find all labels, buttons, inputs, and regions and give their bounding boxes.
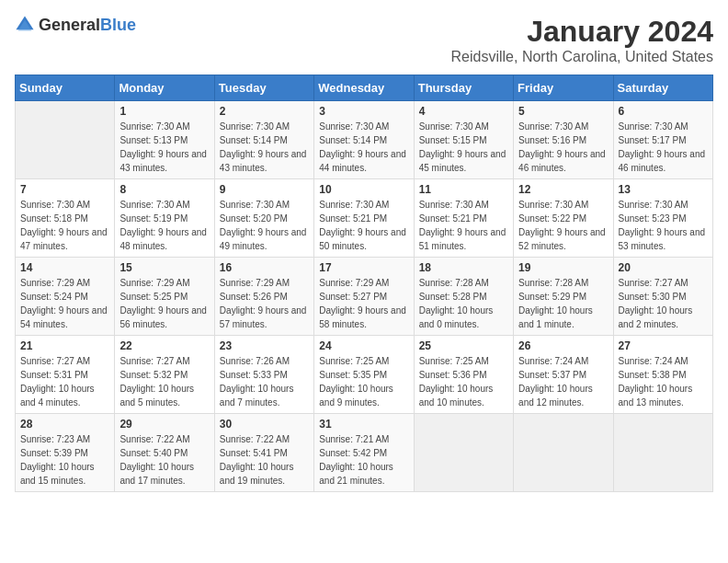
calendar-week-row: 21 Sunrise: 7:27 AM Sunset: 5:31 PM Dayl…: [16, 336, 713, 414]
logo-text: GeneralBlue: [39, 16, 136, 35]
daylight-text: Daylight: 9 hours and 45 minutes.: [419, 149, 506, 173]
calendar-cell: 7 Sunrise: 7:30 AM Sunset: 5:18 PM Dayli…: [16, 179, 115, 258]
sunrise-text: Sunrise: 7:28 AM: [518, 278, 588, 288]
day-info: Sunrise: 7:27 AM Sunset: 5:31 PM Dayligh…: [20, 354, 109, 409]
sunrise-text: Sunrise: 7:30 AM: [319, 121, 389, 132]
daylight-text: Daylight: 9 hours and 46 minutes.: [619, 149, 706, 173]
sunset-text: Sunset: 5:39 PM: [20, 448, 88, 458]
day-number: 31: [319, 418, 408, 431]
sunrise-text: Sunrise: 7:29 AM: [20, 278, 90, 288]
day-number: 20: [619, 261, 708, 274]
day-number: 13: [619, 183, 708, 196]
sunset-text: Sunset: 5:20 PM: [220, 213, 288, 224]
sunrise-text: Sunrise: 7:29 AM: [119, 278, 189, 288]
daylight-text: Daylight: 10 hours and 1 minute.: [518, 305, 593, 329]
day-info: Sunrise: 7:28 AM Sunset: 5:29 PM Dayligh…: [518, 276, 608, 331]
day-number: 11: [419, 183, 508, 196]
day-info: Sunrise: 7:30 AM Sunset: 5:21 PM Dayligh…: [419, 198, 508, 253]
calendar-header-row: SundayMondayTuesdayWednesdayThursdayFrid…: [16, 75, 713, 101]
calendar-week-row: 7 Sunrise: 7:30 AM Sunset: 5:18 PM Dayli…: [16, 179, 713, 258]
daylight-text: Daylight: 9 hours and 47 minutes.: [20, 227, 108, 251]
calendar-cell: 12 Sunrise: 7:30 AM Sunset: 5:22 PM Dayl…: [514, 179, 613, 258]
calendar-cell: 3 Sunrise: 7:30 AM Sunset: 5:14 PM Dayli…: [314, 101, 414, 179]
day-info: Sunrise: 7:29 AM Sunset: 5:26 PM Dayligh…: [220, 276, 309, 331]
calendar-cell: [414, 414, 513, 492]
daylight-text: Daylight: 10 hours and 4 minutes.: [20, 384, 95, 408]
calendar-week-row: 14 Sunrise: 7:29 AM Sunset: 5:24 PM Dayl…: [16, 258, 713, 336]
sunrise-text: Sunrise: 7:28 AM: [419, 278, 489, 288]
calendar-cell: 4 Sunrise: 7:30 AM Sunset: 5:15 PM Dayli…: [414, 101, 513, 179]
sunrise-text: Sunrise: 7:24 AM: [619, 356, 688, 366]
calendar-cell: 6 Sunrise: 7:30 AM Sunset: 5:17 PM Dayli…: [613, 101, 712, 179]
sunset-text: Sunset: 5:24 PM: [20, 292, 88, 302]
sunset-text: Sunset: 5:21 PM: [319, 213, 387, 224]
day-info: Sunrise: 7:29 AM Sunset: 5:25 PM Dayligh…: [119, 276, 209, 331]
logo-icon: [15, 15, 35, 35]
weekday-header-friday: Friday: [514, 75, 613, 101]
logo-blue: Blue: [100, 16, 136, 34]
sunset-text: Sunset: 5:16 PM: [518, 135, 586, 145]
day-info: Sunrise: 7:28 AM Sunset: 5:28 PM Dayligh…: [419, 276, 508, 331]
daylight-text: Daylight: 10 hours and 13 minutes.: [619, 384, 693, 408]
sunrise-text: Sunrise: 7:27 AM: [20, 356, 90, 366]
day-info: Sunrise: 7:26 AM Sunset: 5:33 PM Dayligh…: [220, 354, 309, 409]
day-number: 23: [220, 339, 309, 352]
calendar-cell: [16, 101, 115, 179]
weekday-header-wednesday: Wednesday: [314, 75, 414, 101]
sunset-text: Sunset: 5:28 PM: [419, 292, 487, 302]
daylight-text: Daylight: 9 hours and 43 minutes.: [220, 149, 307, 173]
daylight-text: Daylight: 10 hours and 9 minutes.: [319, 384, 393, 408]
day-number: 30: [220, 418, 309, 431]
day-number: 21: [20, 339, 109, 352]
daylight-text: Daylight: 9 hours and 51 minutes.: [419, 227, 506, 251]
daylight-text: Daylight: 9 hours and 52 minutes.: [518, 227, 606, 251]
day-info: Sunrise: 7:30 AM Sunset: 5:16 PM Dayligh…: [518, 120, 608, 175]
logo-general: General: [39, 16, 100, 34]
sunset-text: Sunset: 5:38 PM: [619, 370, 687, 380]
sunset-text: Sunset: 5:19 PM: [119, 213, 188, 224]
daylight-text: Daylight: 10 hours and 12 minutes.: [518, 384, 593, 408]
day-info: Sunrise: 7:27 AM Sunset: 5:32 PM Dayligh…: [119, 354, 209, 409]
sunset-text: Sunset: 5:33 PM: [220, 370, 288, 380]
calendar-cell: 15 Sunrise: 7:29 AM Sunset: 5:25 PM Dayl…: [115, 258, 214, 336]
sunrise-text: Sunrise: 7:30 AM: [419, 121, 489, 132]
sunset-text: Sunset: 5:17 PM: [619, 135, 687, 145]
day-info: Sunrise: 7:21 AM Sunset: 5:42 PM Dayligh…: [319, 432, 408, 488]
sunrise-text: Sunrise: 7:25 AM: [319, 356, 389, 366]
day-number: 25: [419, 339, 508, 352]
daylight-text: Daylight: 9 hours and 54 minutes.: [20, 305, 108, 329]
sunset-text: Sunset: 5:14 PM: [319, 135, 387, 145]
calendar-cell: 18 Sunrise: 7:28 AM Sunset: 5:28 PM Dayl…: [414, 258, 513, 336]
day-number: 1: [119, 105, 209, 118]
day-info: Sunrise: 7:30 AM Sunset: 5:17 PM Dayligh…: [619, 120, 708, 175]
weekday-header-saturday: Saturday: [613, 75, 712, 101]
daylight-text: Daylight: 9 hours and 50 minutes.: [319, 227, 406, 251]
day-info: Sunrise: 7:30 AM Sunset: 5:14 PM Dayligh…: [319, 120, 408, 175]
sunset-text: Sunset: 5:15 PM: [419, 135, 487, 145]
sunset-text: Sunset: 5:36 PM: [419, 370, 487, 380]
day-info: Sunrise: 7:30 AM Sunset: 5:22 PM Dayligh…: [518, 198, 608, 253]
sunset-text: Sunset: 5:30 PM: [619, 292, 687, 302]
day-number: 19: [518, 261, 608, 274]
sunset-text: Sunset: 5:41 PM: [220, 448, 288, 458]
sunset-text: Sunset: 5:21 PM: [419, 213, 487, 224]
sunset-text: Sunset: 5:13 PM: [119, 135, 188, 145]
location-title: Reidsville, North Carolina, United State…: [451, 49, 713, 65]
sunset-text: Sunset: 5:31 PM: [20, 370, 88, 380]
day-number: 14: [20, 261, 109, 274]
daylight-text: Daylight: 9 hours and 43 minutes.: [119, 149, 207, 173]
daylight-text: Daylight: 9 hours and 44 minutes.: [319, 149, 406, 173]
day-info: Sunrise: 7:30 AM Sunset: 5:18 PM Dayligh…: [20, 198, 109, 253]
day-number: 7: [20, 183, 109, 196]
sunrise-text: Sunrise: 7:30 AM: [220, 121, 290, 132]
sunrise-text: Sunrise: 7:29 AM: [220, 278, 290, 288]
daylight-text: Daylight: 10 hours and 19 minutes.: [220, 462, 294, 486]
day-number: 17: [319, 261, 408, 274]
sunrise-text: Sunrise: 7:30 AM: [119, 200, 189, 210]
day-number: 5: [518, 105, 608, 118]
calendar-cell: 28 Sunrise: 7:23 AM Sunset: 5:39 PM Dayl…: [16, 414, 115, 492]
daylight-text: Daylight: 10 hours and 7 minutes.: [220, 384, 294, 408]
day-info: Sunrise: 7:25 AM Sunset: 5:36 PM Dayligh…: [419, 354, 508, 409]
calendar-cell: 19 Sunrise: 7:28 AM Sunset: 5:29 PM Dayl…: [514, 258, 613, 336]
day-number: 28: [20, 418, 109, 431]
